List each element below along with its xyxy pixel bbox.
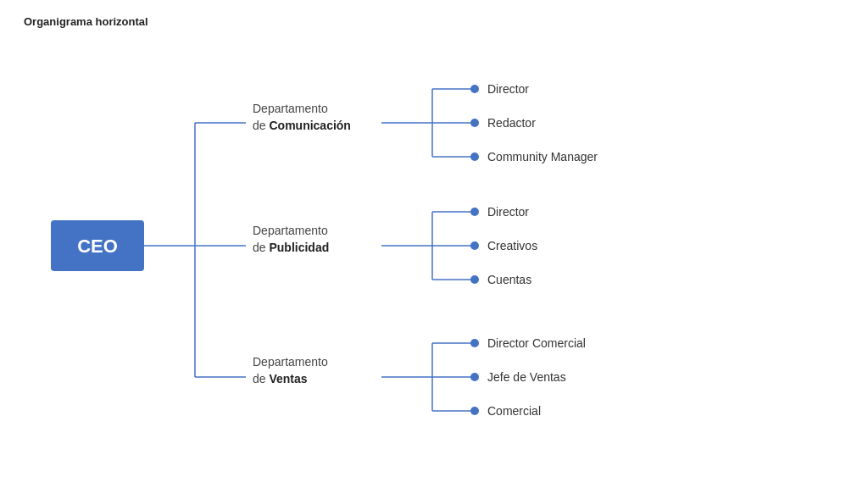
org-chart-svg: CEO Departamento de Comunicación Directo… bbox=[25, 47, 843, 479]
dot-r3-2 bbox=[470, 373, 479, 381]
dept2-label-line2: de Publicidad bbox=[253, 241, 329, 254]
role-1-1: Director bbox=[487, 82, 529, 96]
dept1-label-line1: Departamento bbox=[253, 102, 328, 115]
dot-r3-1 bbox=[470, 339, 479, 347]
role-2-3: Cuentas bbox=[487, 273, 531, 286]
role-2-2: Creativos bbox=[487, 239, 537, 252]
role-3-1: Director Comercial bbox=[487, 336, 586, 350]
role-3-2: Jefe de Ventas bbox=[487, 370, 566, 384]
role-2-1: Director bbox=[487, 205, 529, 219]
dept3-label-line2: de Ventas bbox=[253, 372, 308, 385]
dot-r3-3 bbox=[470, 407, 479, 415]
role-3-3: Comercial bbox=[487, 404, 541, 418]
dot-r2-3 bbox=[470, 275, 479, 284]
ceo-label: CEO bbox=[77, 236, 118, 257]
dot-r1-2 bbox=[470, 119, 479, 127]
dot-r1-1 bbox=[470, 85, 479, 93]
role-1-3: Community Manager bbox=[487, 150, 598, 164]
dot-r1-3 bbox=[470, 152, 479, 161]
role-1-2: Redactor bbox=[487, 116, 536, 130]
page-title: Organigrama horizontal bbox=[24, 15, 148, 28]
dept1-label-line2: de Comunicación bbox=[253, 119, 351, 132]
dot-r2-2 bbox=[470, 241, 479, 250]
dept3-label-line1: Departamento bbox=[253, 355, 328, 369]
dot-r2-1 bbox=[470, 208, 479, 216]
dept2-label-line1: Departamento bbox=[253, 224, 328, 237]
